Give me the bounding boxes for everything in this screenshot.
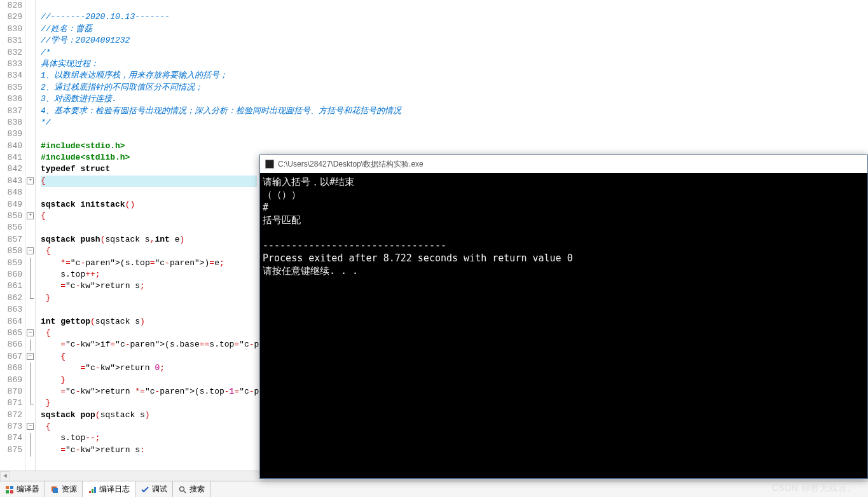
svg-rect-7 [92, 489, 93, 493]
scroll-left-arrow[interactable]: ◄ [0, 471, 10, 481]
fold-expand-icon[interactable]: + [27, 212, 34, 219]
line-number: 874 [0, 432, 22, 444]
line-number: 858 [0, 245, 22, 257]
code-line[interactable]: /* [36, 47, 868, 59]
fold-guideline [30, 281, 31, 293]
fold-collapse-icon[interactable]: − [27, 353, 34, 360]
line-number: 829 [0, 11, 22, 23]
line-number: 870 [0, 386, 22, 397]
fold-guideline [30, 433, 31, 444]
tab-stack[interactable]: 资源 [45, 481, 83, 497]
svg-line-10 [184, 491, 186, 493]
fold-collapse-icon[interactable]: − [27, 329, 34, 336]
fold-guideline [30, 258, 31, 269]
bottom-tab-bar[interactable]: 编译器资源编译日志调试搜索 [0, 481, 868, 497]
line-number: 860 [0, 269, 22, 280]
line-number: 862 [0, 293, 22, 304]
svg-rect-2 [6, 490, 9, 493]
line-number: 867 [0, 351, 22, 362]
tab-label: 搜索 [189, 484, 205, 495]
console-window[interactable]: C:\Users\28427\Desktop\数据结构实验.exe 请输入括号，… [259, 155, 868, 479]
line-number: 840 [0, 141, 22, 152]
console-icon [265, 160, 274, 169]
line-number: 842 [0, 163, 22, 175]
console-output: 请输入括号，以#结束 （（）） # 括号匹配 -----------------… [260, 173, 867, 478]
bars-icon [88, 485, 97, 494]
fold-collapse-icon[interactable]: − [27, 423, 34, 430]
fold-column[interactable]: ++−−−− [25, 0, 36, 471]
fold-collapse-icon[interactable]: − [27, 247, 34, 254]
line-number: 866 [0, 339, 22, 350]
line-number: 843 [0, 176, 22, 187]
line-number: 834 [0, 70, 22, 81]
line-number: 832 [0, 47, 22, 59]
code-line[interactable] [36, 128, 868, 140]
check-icon [141, 485, 149, 494]
line-number: 857 [0, 234, 22, 245]
line-number: 828 [0, 0, 22, 11]
code-line[interactable]: 4、基本要求：检验有圆括号出现的情况；深入分析：检验同时出现圆括号、方括号和花括… [36, 106, 868, 117]
fold-guideline [30, 398, 31, 404]
line-number: 831 [0, 35, 22, 46]
line-number: 872 [0, 410, 22, 421]
line-number: 863 [0, 304, 22, 315]
fold-guideline [30, 340, 31, 351]
line-number: 849 [0, 199, 22, 210]
watermark-text: CSDN @君无戏言。 [772, 483, 857, 494]
svg-point-9 [180, 486, 184, 491]
line-number: 869 [0, 375, 22, 386]
line-number: 836 [0, 93, 22, 105]
fold-guideline [30, 375, 31, 386]
search-icon [178, 485, 187, 494]
code-line[interactable]: 具体实现过程： [36, 59, 868, 70]
tab-grid[interactable]: 编译器 [0, 481, 45, 497]
line-number: 865 [0, 327, 22, 339]
fold-guideline [30, 293, 31, 298]
line-number: 856 [0, 222, 22, 233]
line-number: 837 [0, 106, 22, 117]
line-number: 848 [0, 187, 22, 198]
tab-check[interactable]: 调试 [135, 481, 173, 497]
tab-label: 资源 [62, 484, 77, 495]
svg-rect-1 [10, 486, 13, 489]
svg-rect-0 [6, 486, 9, 489]
code-line[interactable]: 3、对函数进行连接. [36, 93, 868, 105]
line-number: 830 [0, 24, 22, 35]
fold-guideline [30, 362, 31, 374]
tab-label: 编译器 [17, 484, 39, 495]
line-number: 833 [0, 59, 22, 70]
code-line[interactable]: #include<stdio.h> [36, 141, 868, 152]
tab-label: 调试 [152, 484, 167, 495]
code-line[interactable]: //-------2020.10.13------- [36, 11, 868, 23]
tab-label: 编译日志 [99, 484, 130, 495]
line-number: 875 [0, 444, 22, 456]
fold-guideline [30, 444, 31, 456]
fold-expand-icon[interactable]: + [27, 177, 34, 184]
fold-guideline [30, 386, 31, 397]
console-titlebar[interactable]: C:\Users\28427\Desktop\数据结构实验.exe [260, 155, 867, 173]
line-number: 871 [0, 397, 22, 409]
line-number: 868 [0, 362, 22, 374]
line-number: 864 [0, 316, 22, 327]
svg-rect-3 [10, 490, 13, 493]
svg-rect-8 [94, 487, 96, 493]
tab-bars[interactable]: 编译日志 [83, 481, 135, 497]
code-line[interactable] [36, 0, 868, 11]
fold-guideline [30, 269, 31, 280]
code-line[interactable]: //姓名：曹磊 [36, 24, 868, 35]
code-line[interactable]: */ [36, 117, 868, 128]
line-number: 841 [0, 152, 22, 163]
code-line[interactable]: 1、以数组表达顺序栈，用来存放将要输入的括号； [36, 70, 868, 81]
tab-search[interactable]: 搜索 [173, 481, 210, 497]
line-number: 861 [0, 280, 22, 292]
line-number: 873 [0, 421, 22, 432]
svg-rect-5 [53, 488, 58, 493]
line-number: 835 [0, 82, 22, 93]
console-title-text: C:\Users\28427\Desktop\数据结构实验.exe [278, 159, 424, 170]
svg-rect-6 [89, 491, 91, 493]
line-number: 850 [0, 210, 22, 222]
line-number: 838 [0, 117, 22, 128]
code-line[interactable]: 2、通过栈底指针的不同取值区分不同情况； [36, 82, 868, 93]
code-line[interactable]: //学号：20204091232 [36, 35, 868, 46]
line-number: 839 [0, 128, 22, 140]
